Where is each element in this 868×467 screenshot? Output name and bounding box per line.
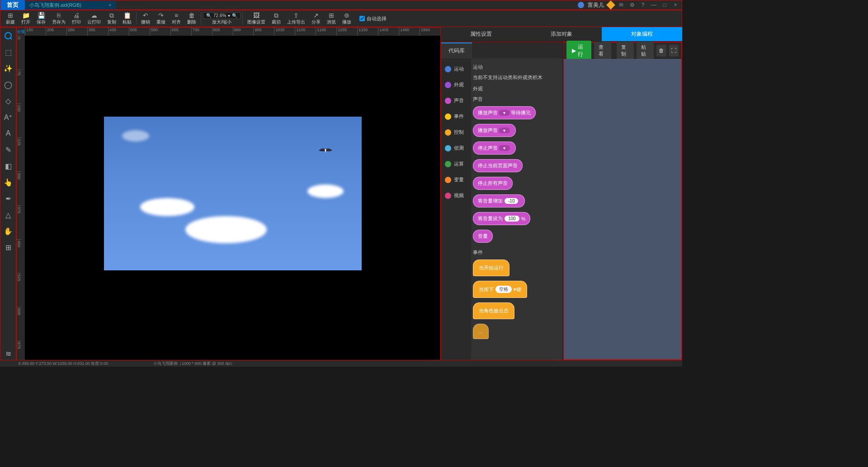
home-tab[interactable]: 首页 — [0, 0, 25, 10]
titlebar-right: 富美儿 ✉ ⚙ ? — □ × — [578, 1, 682, 9]
chevron-down-icon[interactable]: ▾ — [228, 13, 230, 18]
crop-button[interactable]: ⧉裁切 — [269, 11, 283, 26]
wand-tool[interactable]: ✨ — [2, 62, 14, 75]
look-section-header: 外观 — [473, 85, 561, 92]
block-change-volume[interactable]: 将音量增加-10 — [473, 194, 525, 208]
block-stop-sound[interactable]: 停止声音▾ — [473, 142, 516, 155]
saveas-button[interactable]: ⎘另存为 — [49, 11, 68, 26]
crop-icon: ⧉ — [274, 12, 278, 19]
canvas-image[interactable] — [104, 117, 362, 270]
block-play-sound-wait[interactable]: 播放声音▾等待播完 — [473, 106, 536, 119]
transform-tool[interactable]: ⊞ — [2, 241, 14, 254]
avatar-icon[interactable] — [578, 2, 584, 8]
bucket-tool[interactable]: ◇ — [2, 94, 14, 107]
copy-script-button[interactable]: 复制 — [617, 42, 634, 60]
undo-button[interactable]: ↶撤销 — [138, 11, 153, 26]
script-canvas[interactable] — [564, 59, 681, 359]
zoom-control[interactable]: 🔍72.6%▾🔍 放大/缩小 — [203, 12, 241, 25]
bird-sprite[interactable] — [316, 144, 335, 157]
view-button[interactable]: 查看 — [594, 42, 611, 60]
dropdown-icon[interactable]: ▾ — [499, 127, 510, 133]
category-视频[interactable]: 视频 — [441, 188, 471, 203]
copy-icon: ⧉ — [109, 12, 114, 19]
preview-button[interactable]: ⊞浏览 — [324, 11, 339, 26]
open-button[interactable]: 📁打开 — [19, 11, 33, 26]
print-button[interactable]: 🖨打印 — [69, 11, 84, 26]
tab-object-programming[interactable]: 对象编程 — [602, 27, 682, 41]
block-volume-reporter[interactable]: 音量 — [473, 230, 493, 243]
zoom-in-icon[interactable]: 🔍 — [232, 13, 237, 18]
cursor-tool[interactable] — [2, 29, 14, 42]
text-add-tool[interactable]: A⁺ — [2, 111, 14, 123]
minimize-icon[interactable]: — — [650, 2, 657, 8]
fullscreen-icon[interactable]: ⛶ — [669, 45, 679, 57]
save-icon: 💾 — [38, 12, 45, 19]
block-when-clicked[interactable]: 当角色被点击 — [473, 302, 514, 319]
shape-tool[interactable]: △ — [2, 208, 14, 221]
document-tab[interactable]: 小鸟飞翔案例.aid(RGB) × — [25, 1, 116, 9]
hand-tool[interactable]: ✋ — [2, 225, 14, 237]
brush-tool[interactable]: ✎ — [2, 143, 14, 156]
new-icon: ⊞ — [8, 12, 13, 19]
block-play-sound[interactable]: 播放声音▾ — [473, 124, 516, 137]
close-tab-icon[interactable]: × — [108, 2, 111, 8]
block-partial[interactable]: ... — [473, 324, 489, 339]
save-button[interactable]: 💾保存 — [34, 11, 48, 26]
pen-tool[interactable]: ✒ — [2, 192, 14, 205]
paste-script-button[interactable]: 粘贴 — [637, 42, 654, 60]
tab-add-object[interactable]: 添加对象 — [521, 27, 602, 41]
help-icon[interactable]: ? — [639, 2, 646, 8]
lasso-tool[interactable]: ◯ — [2, 78, 14, 91]
play-button[interactable]: ⊚播放 — [340, 11, 354, 26]
category-运动[interactable]: 运动 — [441, 61, 471, 77]
copy-button[interactable]: ⧉复制 — [104, 11, 119, 26]
tab-attributes[interactable]: 属性设置 — [441, 27, 521, 41]
layers-icon[interactable]: ≋ — [2, 347, 14, 360]
ruler-corner[interactable]: 全视 — [17, 28, 25, 36]
block-stop-all-sounds[interactable]: 停止所有声音 — [473, 177, 513, 190]
text-tool[interactable]: A — [2, 127, 14, 140]
category-外观[interactable]: 外观 — [441, 77, 471, 93]
category-运算[interactable]: 运算 — [441, 156, 471, 172]
diamond-icon[interactable] — [606, 0, 615, 9]
category-侦测[interactable]: 侦测 — [441, 140, 471, 156]
upload-button[interactable]: ⇪上传导出 — [284, 11, 308, 26]
imgsetting-button[interactable]: 🖼图像设置 — [245, 11, 268, 26]
mail-icon[interactable]: ✉ — [618, 2, 625, 8]
block-palette[interactable]: 运动 当前不支持运动类和外观类积木 外观 声音 播放声音▾等待播完 播放声音▾ … — [471, 58, 563, 360]
share-icon: ↗ — [313, 12, 319, 19]
align-button[interactable]: ≡对齐 — [169, 11, 184, 26]
category-变量[interactable]: 变量 — [441, 172, 471, 188]
trash-icon: 🗑 — [189, 12, 195, 19]
block-set-volume[interactable]: 将音量设为100% — [473, 212, 530, 225]
run-button[interactable]: ▶运行 — [566, 41, 591, 61]
trash-script-icon[interactable]: 🗑 — [656, 45, 666, 57]
category-事件[interactable]: 事件 — [441, 108, 471, 124]
category-声音[interactable]: 声音 — [441, 93, 471, 108]
zoom-out-icon[interactable]: 🔍 — [206, 13, 212, 18]
gear-icon[interactable]: ⚙ — [628, 2, 636, 8]
eraser-tool[interactable]: ◧ — [2, 160, 14, 172]
redo-button[interactable]: ↷重做 — [154, 11, 168, 26]
block-when-run[interactable]: 当开始运行 — [473, 259, 509, 276]
auto-select-input[interactable] — [359, 16, 365, 21]
canvas-viewport[interactable] — [25, 36, 440, 360]
close-window-icon[interactable]: × — [672, 2, 679, 8]
paste-button[interactable]: 📋粘贴 — [120, 11, 134, 26]
block-stop-page-sounds[interactable]: 停止当前页面声音 — [473, 159, 523, 172]
code-library-tab[interactable]: 代码库 — [441, 42, 563, 58]
smudge-tool[interactable]: 👆 — [2, 176, 14, 189]
share-button[interactable]: ↗分享 — [309, 11, 323, 26]
category-控制[interactable]: 控制 — [441, 124, 471, 140]
maximize-icon[interactable]: □ — [661, 2, 668, 8]
category-dot — [445, 161, 451, 167]
canvas-area[interactable]: 全视 1302052803554305055806557308058809551… — [16, 27, 441, 360]
delete-button[interactable]: 🗑删除 — [184, 11, 199, 26]
dropdown-icon[interactable]: ▾ — [499, 145, 510, 151]
marquee-tool[interactable]: ⬚ — [2, 46, 14, 58]
block-when-key[interactable]: 当按下 空格 ▾ 键 — [473, 281, 527, 298]
new-button[interactable]: ⊞新建 — [3, 11, 18, 26]
dropdown-icon[interactable]: ▾ — [499, 110, 510, 116]
cloudprint-button[interactable]: ☁云打印 — [85, 11, 104, 26]
auto-select-checkbox[interactable]: 自动选择 — [359, 15, 387, 22]
